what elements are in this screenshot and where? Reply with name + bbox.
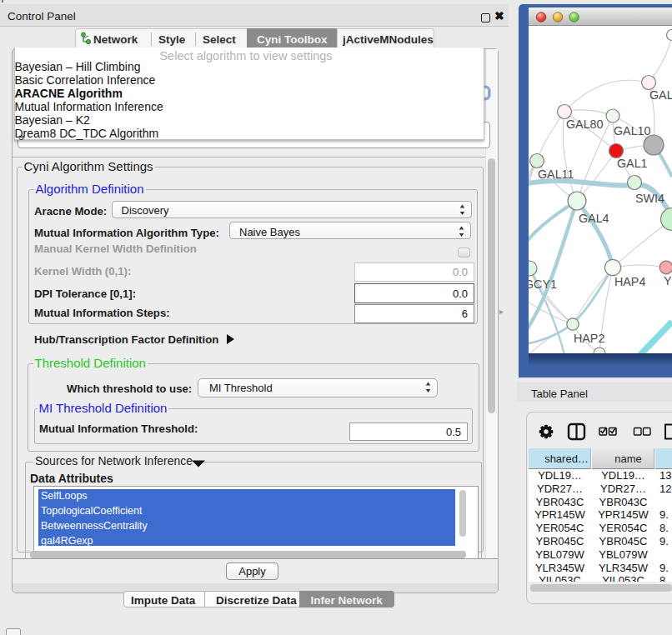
svg-text:GAL1: GAL1 <box>617 157 648 170</box>
svg-text:GAL80: GAL80 <box>566 118 604 131</box>
svg-text:GAL4: GAL4 <box>579 212 609 225</box>
svg-text:YM: YM <box>664 274 672 288</box>
svg-text:HAP4: HAP4 <box>614 275 645 288</box>
svg-text:HAP2: HAP2 <box>574 332 604 345</box>
svg-text:GAL7: GAL7 <box>649 88 672 102</box>
svg-text:GAL11: GAL11 <box>538 168 574 181</box>
svg-text:SWI4: SWI4 <box>635 192 664 205</box>
svg-text:GCY1: GCY1 <box>529 278 557 291</box>
svg-text:GAL10: GAL10 <box>614 124 651 138</box>
